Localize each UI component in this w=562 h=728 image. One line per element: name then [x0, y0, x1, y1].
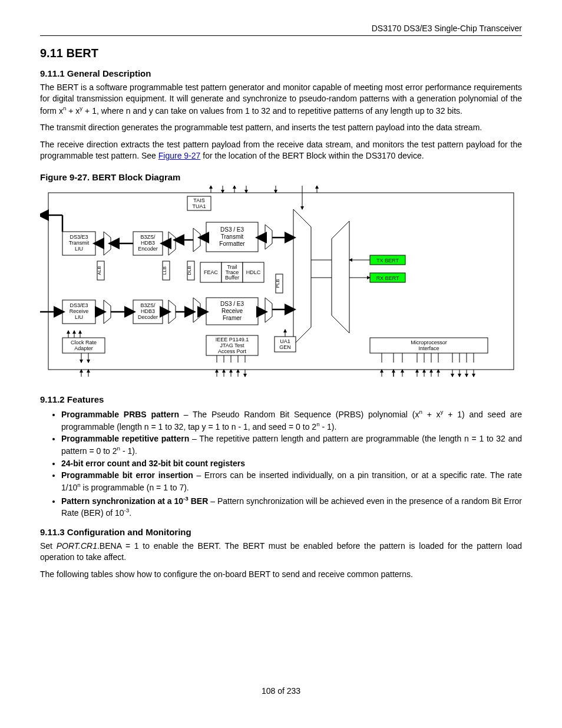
subsection-9-11-1: 9.11.1 General Description	[40, 68, 522, 78]
svg-text:TUA1: TUA1	[192, 203, 206, 209]
feature-item: Programmable repetitive pattern – The re…	[61, 433, 522, 456]
svg-text:UA1: UA1	[280, 338, 290, 344]
svg-text:DS3/E3: DS3/E3	[70, 302, 88, 308]
text: + x	[66, 106, 80, 115]
svg-text:Formatter: Formatter	[219, 241, 245, 247]
para-tables: The following tables show how to configu…	[40, 569, 522, 580]
svg-text:IEEE P1149.1: IEEE P1149.1	[216, 337, 249, 342]
feature-item: Programmable bit error insertion – Error…	[61, 470, 522, 493]
svg-text:Adapter: Adapter	[74, 345, 93, 351]
features-list: Programmable PRBS pattern – The Pseudo R…	[40, 408, 522, 519]
svg-text:PLB: PLB	[275, 279, 280, 288]
subsection-9-11-3: 9.11.3 Configuration and Monitoring	[40, 527, 522, 537]
subsection-9-11-2: 9.11.2 Features	[40, 394, 522, 404]
svg-text:LLB: LLB	[162, 266, 167, 275]
feature-item: Programmable PRBS pattern – The Pseudo R…	[61, 408, 522, 432]
svg-text:ALB: ALB	[97, 266, 102, 275]
svg-text:DS3 / E3: DS3 / E3	[220, 301, 244, 307]
svg-text:LIU: LIU	[75, 246, 83, 252]
para-config: Set PORT.CR1.BENA = 1 to enable the BERT…	[40, 541, 522, 563]
para-1: The BERT is a software programmable test…	[40, 82, 522, 116]
svg-text:Microprocessor: Microprocessor	[411, 340, 447, 345]
svg-text:JTAG Test: JTAG Test	[220, 342, 244, 348]
feature-item: 24-bit error count and 32-bit bit count …	[61, 458, 522, 469]
svg-text:Receive: Receive	[70, 308, 89, 314]
svg-text:TAIS: TAIS	[193, 197, 204, 203]
text: for the location of the BERT Block withi…	[200, 151, 424, 160]
svg-text:Transmit: Transmit	[221, 233, 244, 240]
svg-marker-48	[193, 298, 200, 322]
svg-marker-8	[104, 232, 111, 255]
svg-text:HDLC: HDLC	[246, 269, 261, 275]
svg-marker-38	[104, 300, 111, 324]
svg-text:RX BERT: RX BERT	[376, 275, 399, 281]
text: + 1, where n and y can take on values fr…	[82, 106, 462, 115]
svg-marker-53	[332, 221, 349, 333]
svg-marker-52	[293, 209, 311, 345]
svg-marker-43	[168, 300, 176, 324]
doc-header: DS3170 DS3/E3 Single-Chip Transceiver	[40, 24, 522, 36]
svg-text:Receive: Receive	[222, 308, 243, 314]
svg-text:HDB3: HDB3	[141, 308, 155, 314]
svg-text:DS3/E3: DS3/E3	[70, 234, 88, 240]
svg-text:DS3 / E3: DS3 / E3	[220, 226, 244, 233]
svg-marker-15	[168, 232, 176, 255]
svg-text:DLB: DLB	[187, 266, 192, 275]
bert-block-diagram: TAIS TUA1 DS3/E3 Transmit LIU ALB B3ZS/ …	[40, 186, 522, 386]
svg-text:Decoder: Decoder	[138, 314, 158, 320]
svg-text:TX BERT: TX BERT	[376, 258, 399, 263]
svg-text:Buffer: Buffer	[225, 275, 239, 281]
para-3: The receive direction extracts the test …	[40, 139, 522, 162]
svg-text:Clock Rate: Clock Rate	[71, 340, 97, 345]
figure-title: Figure 9-27. BERT Block Diagram	[40, 172, 522, 182]
page-number: 108 of 233	[40, 686, 522, 696]
svg-text:B3ZS/: B3ZS/	[140, 234, 156, 240]
section-title: 9.11 BERT	[40, 47, 522, 60]
svg-text:Transmit: Transmit	[69, 240, 90, 246]
svg-text:GEN: GEN	[279, 344, 291, 350]
para-2: The transmit direction generates the pro…	[40, 122, 522, 133]
svg-marker-33	[265, 225, 272, 249]
svg-text:LIU: LIU	[75, 314, 83, 320]
svg-marker-22	[193, 228, 200, 252]
svg-text:Interface: Interface	[418, 345, 439, 351]
svg-text:Framer: Framer	[223, 315, 242, 321]
svg-text:FEAC: FEAC	[204, 269, 219, 275]
figure-link[interactable]: Figure 9-27	[158, 151, 201, 160]
svg-text:B3ZS/: B3ZS/	[140, 302, 156, 308]
svg-marker-49	[265, 298, 272, 322]
svg-text:Access Port: Access Port	[218, 348, 247, 354]
svg-text:Encoder: Encoder	[138, 246, 158, 252]
feature-item: Pattern synchronization at a 10-3 BER – …	[61, 495, 522, 519]
svg-text:HDB3: HDB3	[141, 240, 155, 246]
